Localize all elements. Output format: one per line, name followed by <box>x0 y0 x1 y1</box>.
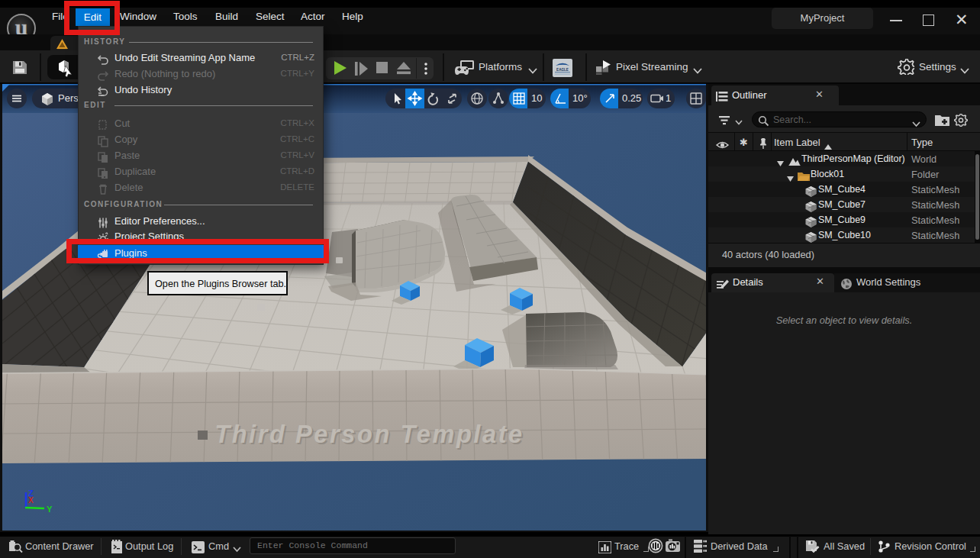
svg-text:Third Person Template: Third Person Template <box>214 421 524 448</box>
svg-text:EAGLE: EAGLE <box>556 68 569 72</box>
svg-text:Y: Y <box>47 505 53 514</box>
svg-text:X: X <box>28 496 34 505</box>
